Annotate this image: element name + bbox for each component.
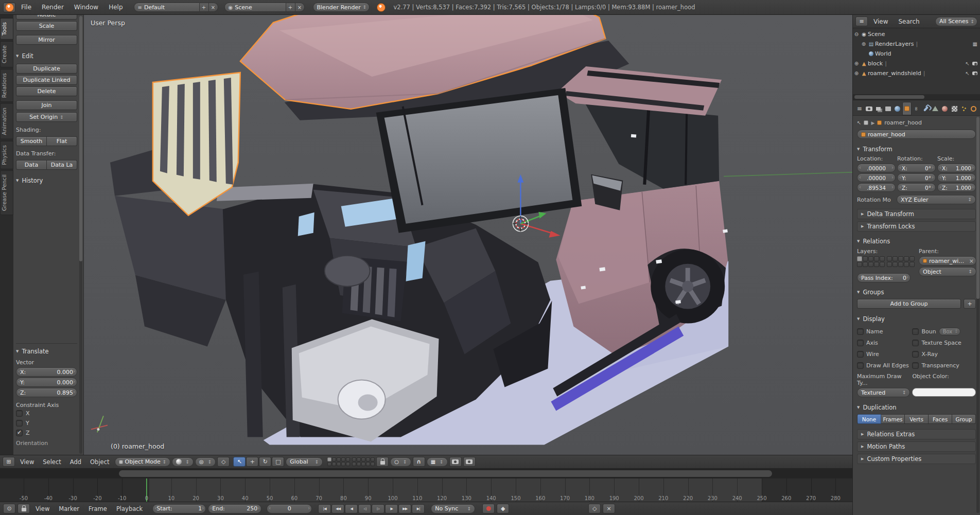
restrict-render-icon[interactable] — [972, 72, 977, 75]
shelf-tab-tools[interactable]: Tools — [0, 18, 13, 40]
layer-toggle[interactable] — [863, 256, 868, 261]
properties-editor-type-button[interactable]: ≡ — [855, 102, 864, 115]
duplication-option-verts[interactable]: Verts — [905, 414, 929, 424]
pivot-dropdown[interactable]: ◎ — [195, 457, 216, 467]
data-layout-button[interactable]: Data La — [47, 160, 77, 170]
shelf-tab-physics[interactable]: Physics — [0, 141, 13, 169]
timeline-scrollbar[interactable] — [0, 469, 852, 478]
vector-y-field[interactable]: Y:0.000 — [16, 378, 77, 387]
layer-toggle[interactable] — [880, 256, 885, 261]
viewport-menu-view[interactable]: View — [16, 455, 38, 468]
manipulator-toggle[interactable]: ↖ — [233, 457, 246, 467]
layer-toggle[interactable] — [327, 457, 331, 461]
add-scene-button[interactable]: + — [286, 3, 295, 12]
frame-end-field[interactable]: End:250 — [208, 504, 261, 513]
duplication-panel-header[interactable]: Duplication — [857, 403, 976, 412]
transform-locks-panel[interactable]: Transform Locks — [857, 221, 976, 232]
shelf-tab-create[interactable]: Create — [0, 41, 13, 67]
render-engine-dropdown[interactable]: Blender Render — [313, 3, 370, 12]
frame-back-button[interactable]: ◀ — [345, 504, 358, 513]
outliner-menu-search[interactable]: Search — [894, 15, 924, 28]
mode-dropdown[interactable]: Object Mode — [115, 457, 170, 467]
mirror-button[interactable]: Mirror — [16, 35, 77, 45]
tool-shelf-scrollbar[interactable] — [79, 16, 82, 454]
world-tab[interactable] — [893, 102, 902, 115]
scale-y-field[interactable]: Y:1.000 — [937, 173, 976, 182]
shading-dropdown[interactable] — [172, 457, 194, 467]
outliner-scope-dropdown[interactable]: All Scenes — [935, 17, 977, 26]
delete-layout-button[interactable]: × — [209, 3, 218, 12]
relations-panel-header[interactable]: Relations — [857, 237, 976, 246]
rotation-x-field[interactable]: X:0° — [897, 164, 936, 172]
expand-icon[interactable]: ⊕ — [853, 70, 860, 76]
modifiers-tab[interactable] — [921, 102, 930, 115]
menu-render[interactable]: Render — [37, 0, 68, 14]
scale-button[interactable]: Scale — [16, 21, 77, 31]
display-transparency-checkbox[interactable] — [912, 362, 919, 369]
jump-to-start-button[interactable]: |◀ — [318, 504, 331, 513]
layer-toggle[interactable] — [341, 462, 345, 466]
restrict-select-icon[interactable]: ↖ — [966, 61, 970, 66]
manipulator-scale-button[interactable]: □ — [272, 457, 284, 467]
outliner-item-roamer-windshield[interactable]: ⊕ ▲ roamer_windshield | ↖ — [853, 68, 980, 78]
manipulator-translate-button[interactable]: + — [246, 457, 258, 467]
layer-toggle[interactable] — [887, 262, 892, 267]
layer-toggle[interactable] — [892, 256, 898, 261]
edit-panel-header[interactable]: Edit — [16, 51, 77, 61]
material-tab[interactable] — [940, 102, 949, 115]
layer-toggle[interactable] — [346, 462, 350, 466]
data-button[interactable]: Data — [16, 160, 47, 170]
layer-toggle[interactable] — [371, 457, 375, 461]
layer-toggle[interactable] — [332, 457, 336, 461]
pass-index-field[interactable]: Pass Index:0 — [857, 273, 911, 282]
scale-x-field[interactable]: X:1.000 — [937, 164, 976, 172]
motion-paths-panel[interactable]: Motion Paths — [857, 441, 976, 452]
viewport-menu-object[interactable]: Object — [86, 455, 113, 468]
layer-toggle[interactable] — [352, 457, 356, 461]
timeline-menu-view[interactable]: View — [32, 502, 53, 515]
timeline-scroll-handle[interactable] — [119, 470, 772, 477]
duplication-option-group[interactable]: Group — [952, 414, 976, 424]
layer-toggle[interactable] — [898, 262, 903, 267]
lock-to-scene-button[interactable] — [376, 457, 389, 467]
layer-toggle[interactable] — [361, 462, 365, 466]
duplicate-linked-button[interactable]: Duplicate Linked — [16, 75, 77, 85]
layer-toggle[interactable] — [857, 256, 862, 261]
layer-toggle[interactable] — [857, 262, 862, 267]
rotation-y-field[interactable]: Y:0° — [897, 173, 936, 182]
viewport-canvas[interactable] — [84, 15, 852, 454]
duplication-option-frames[interactable]: Frames — [881, 414, 905, 424]
axis-x-checkbox[interactable] — [16, 410, 23, 417]
display-bounds-checkbox[interactable] — [912, 328, 919, 335]
display-axis-checkbox[interactable] — [857, 340, 864, 346]
timeline-lock-button[interactable] — [18, 504, 30, 513]
shelf-tab-grease-pencil[interactable]: Grease Pencil — [0, 170, 13, 215]
timeline-menu-playback[interactable]: Playback — [113, 502, 146, 515]
expand-icon[interactable]: ⊕ — [860, 41, 867, 47]
delta-transform-panel[interactable]: Delta Transform — [857, 209, 976, 219]
outliner-menu-view[interactable]: View — [869, 15, 892, 28]
timeline-menu-frame[interactable]: Frame — [85, 502, 111, 515]
play-reverse-button[interactable]: ◁ — [358, 504, 371, 513]
shelf-tab-relations[interactable]: Relations — [0, 69, 13, 102]
jump-to-end-button[interactable]: ▶| — [412, 504, 425, 513]
layer-toggle[interactable] — [366, 462, 370, 466]
jump-next-keyframe-button[interactable]: ▶▶ — [398, 504, 411, 513]
clear-parent-icon[interactable]: × — [969, 258, 974, 264]
layer-toggle[interactable] — [337, 457, 341, 461]
parent-type-dropdown[interactable]: Object — [919, 267, 976, 276]
transform-orientation-dropdown[interactable]: Global — [286, 457, 323, 467]
layer-toggle[interactable] — [366, 457, 370, 461]
join-button[interactable]: Join — [16, 100, 77, 110]
frame-forward-button[interactable]: ▶ — [385, 504, 398, 513]
timeline-ruler[interactable]: -50-40-30-20-100102030405060708090100110… — [0, 478, 852, 502]
location-x-field[interactable]: .00000 — [857, 164, 896, 172]
proportional-edit-dropdown[interactable]: ○ — [390, 457, 411, 467]
record-button[interactable] — [482, 504, 495, 513]
max-draw-type-dropdown[interactable]: Textured — [857, 388, 910, 397]
layer-toggle[interactable] — [361, 457, 365, 461]
current-frame-field[interactable]: 0 — [267, 504, 312, 513]
layer-toggle[interactable] — [868, 256, 873, 261]
opengl-render-button[interactable] — [449, 457, 462, 467]
outliner-item-world[interactable]: World — [853, 49, 980, 59]
